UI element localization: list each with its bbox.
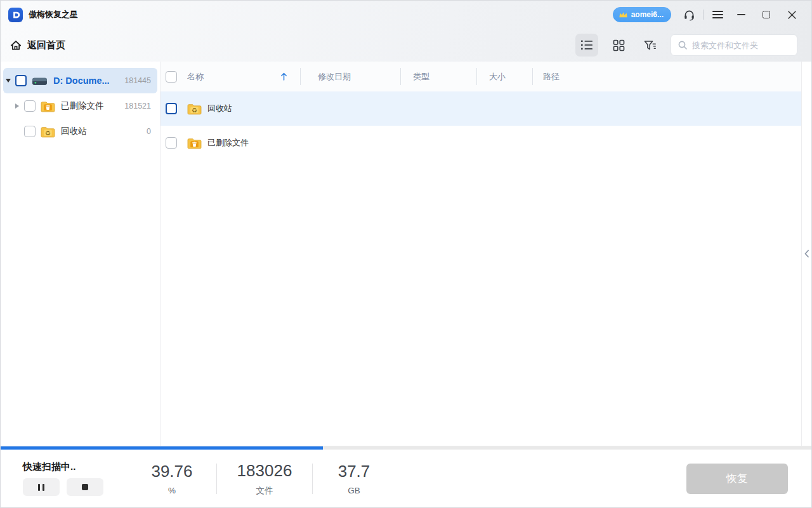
- tree-checkbox-recycle-bin[interactable]: [24, 126, 36, 137]
- row-label: 已删除文件: [207, 137, 249, 149]
- column-header-path[interactable]: 路径: [532, 62, 801, 91]
- app-window: 傲梅恢复之星 aomei6...: [0, 0, 812, 508]
- close-button[interactable]: [781, 5, 802, 24]
- folder-trash-icon: [41, 100, 55, 112]
- maximize-button[interactable]: [756, 5, 777, 24]
- filter-icon: [643, 39, 657, 51]
- select-all-checkbox[interactable]: [166, 71, 177, 83]
- back-home-button[interactable]: 返回首页: [10, 39, 65, 51]
- app-title: 傲梅恢复之星: [29, 9, 78, 20]
- tree-item-drive-d[interactable]: D: Docume... 181445: [3, 68, 157, 93]
- search-input[interactable]: [692, 41, 787, 50]
- row-label: 回收站: [207, 103, 232, 114]
- table-row-deleted-files[interactable]: 已删除文件: [160, 126, 801, 160]
- grid-view-button[interactable]: [607, 34, 630, 57]
- folder-recycle-icon: ♻: [41, 126, 55, 138]
- titlebar-separator: [703, 10, 704, 20]
- filter-button[interactable]: [639, 34, 662, 57]
- main-menu-button[interactable]: [709, 6, 726, 23]
- tree-checkbox-deleted-files[interactable]: [24, 100, 36, 112]
- preview-panel-toggle[interactable]: [801, 62, 811, 446]
- folder-trash-icon: [187, 137, 202, 149]
- sidebar-tree: D: Docume... 181445 已删除文件 181: [1, 62, 160, 446]
- minimize-icon: [737, 14, 745, 15]
- pause-scan-button[interactable]: [23, 478, 60, 496]
- back-home-label: 返回首页: [27, 39, 65, 51]
- sort-ascending-icon[interactable]: [280, 72, 287, 81]
- svg-text:♻: ♻: [192, 106, 197, 113]
- stat-files: 183026 文件: [217, 461, 312, 497]
- list-view-icon: [580, 39, 593, 51]
- search-box: [671, 34, 797, 56]
- row-checkbox-recycle-bin[interactable]: [166, 103, 177, 114]
- stop-scan-button[interactable]: [67, 478, 103, 496]
- drive-icon: [32, 76, 48, 86]
- content-area: D: Docume... 181445 已删除文件 181: [1, 62, 811, 446]
- tree-item-label: 回收站: [61, 126, 147, 137]
- minimize-button[interactable]: [730, 5, 752, 24]
- tree-item-count: 181521: [124, 102, 151, 110]
- file-list: 名称 修改日期 类型 大小 路径: [160, 62, 801, 446]
- pause-icon: [38, 484, 45, 491]
- list-view-button[interactable]: [575, 34, 598, 57]
- table-row-recycle-bin[interactable]: ♻ 回收站: [160, 91, 801, 126]
- column-header-date[interactable]: 修改日期: [300, 62, 400, 91]
- tree-item-count: 181445: [124, 76, 151, 85]
- row-checkbox-deleted-files[interactable]: [166, 137, 177, 149]
- app-logo-icon: [8, 8, 23, 22]
- stop-icon: [82, 484, 88, 490]
- grid-view-icon: [613, 39, 625, 51]
- window-chrome: 傲梅恢复之星 aomei6...: [1, 1, 811, 62]
- collapse-panel-icon: [804, 250, 809, 258]
- scan-status-text: 快速扫描中..: [23, 461, 128, 473]
- tree-checkbox-drive-d[interactable]: [15, 75, 27, 86]
- hamburger-menu-icon: [712, 10, 723, 19]
- maximize-icon: [763, 11, 770, 18]
- tree-item-deleted-files[interactable]: 已删除文件 181521: [3, 93, 157, 119]
- table-header: 名称 修改日期 类型 大小 路径: [160, 62, 801, 91]
- scan-stats: 39.76 % 183026 文件 37.7 GB: [128, 461, 395, 497]
- column-header-type[interactable]: 类型: [400, 62, 476, 91]
- tree-item-label: D: Docume...: [53, 76, 124, 86]
- expander-right-icon[interactable]: [12, 104, 22, 109]
- stat-size: 37.7 GB: [313, 462, 395, 495]
- column-header-size[interactable]: 大小: [476, 62, 532, 91]
- column-header-name[interactable]: 名称: [160, 62, 300, 91]
- headset-icon: [683, 9, 695, 21]
- expander-down-icon[interactable]: [3, 79, 13, 83]
- account-badge[interactable]: aomei6...: [613, 7, 671, 22]
- search-icon: [678, 40, 688, 50]
- stat-percent: 39.76 %: [128, 462, 216, 495]
- recover-button[interactable]: 恢复: [686, 464, 788, 494]
- tree-item-label: 已删除文件: [61, 100, 124, 112]
- account-badge-label: aomei6...: [631, 10, 664, 19]
- tree-item-recycle-bin[interactable]: ♻ 回收站 0: [3, 119, 157, 144]
- statusbar: 快速扫描中.. 39.76 % 183026 文件 37: [1, 450, 811, 507]
- folder-recycle-icon: ♻: [187, 103, 202, 115]
- close-icon: [788, 11, 796, 19]
- tree-item-count: 0: [147, 127, 151, 136]
- crown-icon: [619, 11, 628, 18]
- titlebar: 傲梅恢复之星 aomei6...: [1, 1, 811, 29]
- support-button[interactable]: [680, 6, 698, 23]
- home-icon: [10, 39, 22, 51]
- toolbar: 返回首页: [1, 29, 811, 62]
- svg-text:♻: ♻: [45, 129, 51, 136]
